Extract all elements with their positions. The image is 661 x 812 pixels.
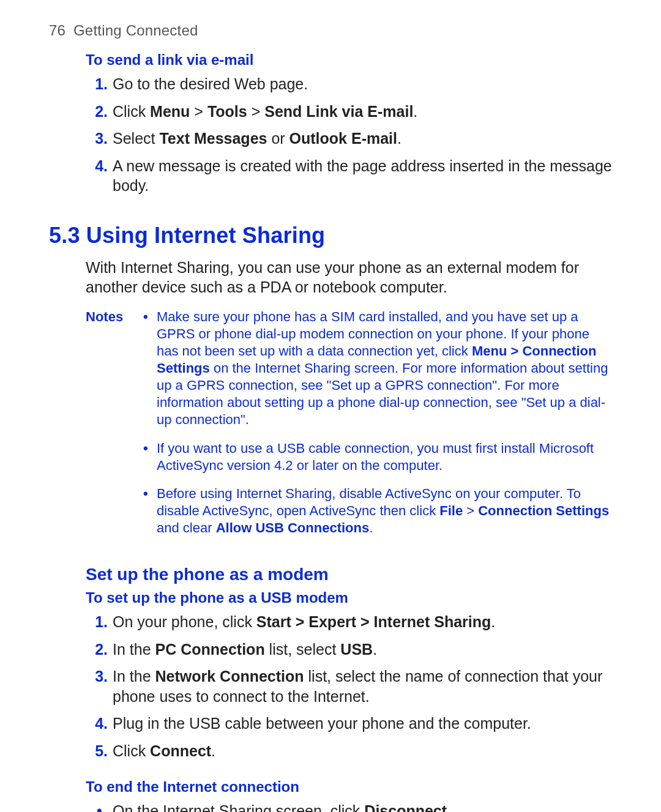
text-run: . xyxy=(413,103,417,120)
text-run: > xyxy=(247,103,265,120)
text-run: Click xyxy=(113,742,150,759)
step-text: Go to the desired Web page. xyxy=(113,75,308,92)
text-run: . xyxy=(211,742,215,759)
step-text: Plug in the USB cable between your phone… xyxy=(113,715,531,732)
steps-send-link-email: 1. Go to the desired Web page. 2. Click … xyxy=(86,74,612,203)
text-run: . xyxy=(447,802,451,812)
text-run: In the xyxy=(113,668,155,685)
step-item: 4. Plug in the USB cable between your ph… xyxy=(86,713,612,741)
step-number: 2. xyxy=(86,102,108,122)
text-bold: Allow USB Connections xyxy=(216,520,370,535)
subhead-end-connection: To end the Internet connection xyxy=(86,778,612,796)
step-text: Click Menu > Tools > Send Link via E-mai… xyxy=(113,103,417,120)
step-item: 1. On your phone, click Start > Expert >… xyxy=(86,612,612,639)
note-item: Before using Internet Sharing, disable A… xyxy=(141,485,612,548)
text-run: On your phone, click xyxy=(113,613,256,630)
subhead-send-link-email: To send a link via e-mail xyxy=(86,51,612,69)
text-run: . xyxy=(397,130,401,147)
text-bold: Connection Settings xyxy=(478,503,609,518)
page-header: 76 Getting Connected xyxy=(49,21,612,40)
step-item: 1. Go to the desired Web page. xyxy=(86,74,612,102)
subhead-usb-modem: To set up the phone as a USB modem xyxy=(86,589,612,607)
step-number: 1. xyxy=(86,612,108,632)
step-item: 3. In the Network Connection list, selec… xyxy=(86,666,612,713)
step-number: 3. xyxy=(86,129,108,149)
text-bold: Text Messages xyxy=(159,130,267,147)
step-item: 3. Select Text Messages or Outlook E-mai… xyxy=(86,129,612,156)
text-run: On the Internet Sharing screen, click xyxy=(113,802,364,812)
step-text: In the Network Connection list, select t… xyxy=(113,668,602,705)
step-number: 5. xyxy=(86,741,108,761)
step-item: 2. In the PC Connection list, select USB… xyxy=(86,639,612,667)
text-run: In the xyxy=(113,641,155,658)
text-bold: File xyxy=(439,503,463,518)
text-run: list, select xyxy=(265,641,341,658)
text-run: or xyxy=(267,130,289,147)
text-run: . xyxy=(491,613,495,630)
step-text: Select Text Messages or Outlook E-mail. xyxy=(113,130,401,147)
text-bold: Disconnect xyxy=(364,802,447,812)
text-run: If you want to use a USB cable connectio… xyxy=(157,441,594,473)
text-run: Click xyxy=(113,103,150,120)
note-item: Make sure your phone has a SIM card inst… xyxy=(141,308,612,440)
text-bold: USB xyxy=(340,641,373,658)
step-number: 2. xyxy=(86,639,108,660)
step-item: 5. Click Connect. xyxy=(86,741,612,769)
text-run: > xyxy=(190,103,207,120)
notes-block: Notes Make sure your phone has a SIM car… xyxy=(86,308,612,548)
step-number: 3. xyxy=(86,666,108,687)
step-text: On your phone, click Start > Expert > In… xyxy=(113,613,495,630)
text-run: and clear xyxy=(157,520,216,535)
text-run: > xyxy=(463,503,478,518)
text-run: Select xyxy=(113,130,159,147)
text-run: . xyxy=(373,641,377,658)
end-connection-list: On the Internet Sharing screen, click Di… xyxy=(86,801,612,812)
text-bold: Start > Expert > Internet Sharing xyxy=(256,613,491,630)
step-item: 4. A new message is created with the pag… xyxy=(86,156,612,203)
step-number: 4. xyxy=(86,156,108,176)
step-number: 4. xyxy=(86,713,108,734)
note-item: If you want to use a USB cable connectio… xyxy=(141,440,612,485)
section-5-3-intro: With Internet Sharing, you can use your … xyxy=(86,258,610,297)
text-bold: Network Connection xyxy=(155,668,304,685)
step-text: Click Connect. xyxy=(113,742,215,759)
steps-usb-modem: 1. On your phone, click Start > Expert >… xyxy=(86,612,612,768)
text-bold: PC Connection xyxy=(155,641,265,658)
text-bold: Send Link via E-mail xyxy=(264,103,413,120)
notes-list: Make sure your phone has a SIM card inst… xyxy=(141,308,612,548)
text-run: . xyxy=(369,520,373,535)
step-text: In the PC Connection list, select USB. xyxy=(113,641,377,658)
text-bold: Tools xyxy=(207,103,247,120)
subhead-setup-modem: Set up the phone as a modem xyxy=(86,564,612,585)
text-bold: Outlook E-mail xyxy=(289,130,397,147)
text-bold: Connect xyxy=(150,742,211,759)
step-item: 2. Click Menu > Tools > Send Link via E-… xyxy=(86,102,612,129)
chapter-title: Getting Connected xyxy=(73,22,198,39)
step-number: 1. xyxy=(86,74,108,94)
text-run: on the Internet Sharing screen. For more… xyxy=(157,360,608,427)
notes-label: Notes xyxy=(86,308,141,326)
section-title-5-3: 5.3 Using Internet Sharing xyxy=(49,222,612,249)
text-bold: Menu xyxy=(150,103,190,120)
page-number: 76 xyxy=(49,22,65,39)
bullet-item: On the Internet Sharing screen, click Di… xyxy=(86,801,612,812)
step-text: A new message is created with the page a… xyxy=(113,157,612,195)
